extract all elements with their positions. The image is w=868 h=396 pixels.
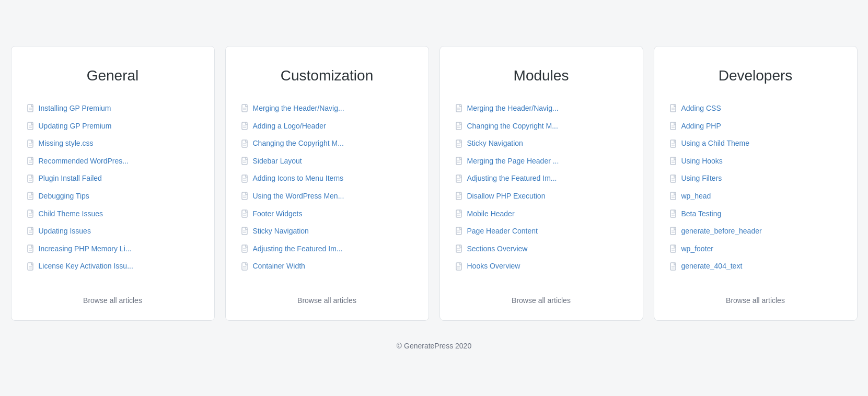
article-link[interactable]: Adding a Logo/Header	[253, 121, 326, 132]
list-item: Sticky Navigation	[456, 135, 627, 153]
card-title-general: General	[27, 67, 199, 84]
list-item: Sticky Navigation	[241, 223, 413, 240]
list-item: Adding a Logo/Header	[241, 118, 413, 135]
article-list-modules: Merging the Header/Navig...Changing the …	[456, 100, 627, 275]
article-link[interactable]: Using the WordPress Men...	[253, 191, 344, 202]
article-link[interactable]: Container Width	[253, 261, 305, 272]
doc-icon	[27, 174, 34, 183]
article-link[interactable]: Using Hooks	[681, 156, 723, 167]
list-item: Page Header Content	[456, 223, 627, 240]
doc-icon	[670, 174, 677, 183]
doc-icon	[241, 209, 249, 218]
doc-icon	[670, 262, 677, 271]
article-link[interactable]: Changing the Copyright M...	[467, 121, 558, 132]
article-link[interactable]: Sticky Navigation	[253, 226, 309, 237]
doc-icon	[456, 157, 463, 166]
list-item: Using a Child Theme	[670, 135, 841, 153]
list-item: Footer Widgets	[241, 205, 413, 223]
browse-all-general[interactable]: Browse all articles	[27, 288, 199, 305]
article-link[interactable]: Sections Overview	[467, 244, 528, 254]
list-item: generate_404_text	[670, 258, 841, 275]
article-link[interactable]: Disallow PHP Execution	[467, 191, 546, 202]
article-list-general: Installing GP PremiumUpdating GP Premium…	[27, 100, 199, 275]
list-item: Installing GP Premium	[27, 100, 199, 118]
doc-icon	[456, 227, 463, 236]
article-link[interactable]: generate_404_text	[681, 261, 743, 272]
list-item: wp_head	[670, 188, 841, 205]
doc-icon	[670, 209, 677, 218]
article-link[interactable]: Adding PHP	[681, 121, 721, 132]
card-customization: CustomizationMerging the Header/Navig...…	[225, 46, 429, 321]
list-item: Sections Overview	[456, 240, 627, 258]
card-general: GeneralInstalling GP PremiumUpdating GP …	[11, 46, 215, 321]
doc-icon	[241, 122, 249, 131]
article-link[interactable]: License Key Activation Issu...	[39, 261, 133, 272]
article-link[interactable]: Footer Widgets	[253, 209, 303, 219]
list-item: Increasing PHP Memory Li...	[27, 240, 199, 258]
card-title-customization: Customization	[241, 67, 413, 84]
doc-icon	[241, 262, 249, 271]
list-item: License Key Activation Issu...	[27, 258, 199, 275]
article-link[interactable]: Plugin Install Failed	[39, 173, 102, 184]
article-link[interactable]: Using a Child Theme	[681, 138, 749, 149]
article-link[interactable]: Missing style.css	[39, 138, 94, 149]
list-item: Container Width	[241, 258, 413, 275]
article-link[interactable]: Sticky Navigation	[467, 138, 523, 149]
doc-icon	[27, 262, 34, 271]
doc-icon	[241, 104, 249, 113]
article-link[interactable]: generate_before_header	[681, 226, 762, 237]
article-link[interactable]: Merging the Header/Navig...	[467, 103, 559, 114]
card-title-developers: Developers	[670, 67, 841, 84]
article-link[interactable]: Sidebar Layout	[253, 156, 302, 167]
article-link[interactable]: Increasing PHP Memory Li...	[39, 244, 132, 254]
article-link[interactable]: Merging the Header/Navig...	[253, 103, 344, 114]
browse-all-customization[interactable]: Browse all articles	[241, 288, 413, 305]
list-item: Using Filters	[670, 170, 841, 188]
doc-icon	[456, 209, 463, 218]
doc-icon	[27, 139, 34, 148]
doc-icon	[670, 227, 677, 236]
list-item: Using Hooks	[670, 153, 841, 170]
card-title-modules: Modules	[456, 67, 627, 84]
article-link[interactable]: Updating Issues	[39, 226, 91, 237]
article-link[interactable]: Merging the Page Header ...	[467, 156, 559, 167]
list-item: Changing the Copyright M...	[456, 118, 627, 135]
article-link[interactable]: Adding CSS	[681, 103, 721, 114]
article-link[interactable]: Changing the Copyright M...	[253, 138, 344, 149]
doc-icon	[456, 174, 463, 183]
list-item: Hooks Overview	[456, 258, 627, 275]
article-link[interactable]: Hooks Overview	[467, 261, 520, 272]
list-item: Merging the Page Header ...	[456, 153, 627, 170]
article-link[interactable]: Adjusting the Featured Im...	[467, 173, 557, 184]
article-link[interactable]: Recommended WordPres...	[39, 156, 129, 167]
doc-icon	[241, 244, 249, 253]
list-item: Using the WordPress Men...	[241, 188, 413, 205]
article-link[interactable]: wp_head	[681, 191, 711, 202]
list-item: Updating GP Premium	[27, 118, 199, 135]
article-link[interactable]: Mobile Header	[467, 209, 515, 219]
article-link[interactable]: Page Header Content	[467, 226, 538, 237]
article-link[interactable]: Debugging Tips	[39, 191, 89, 202]
doc-icon	[670, 244, 677, 253]
article-link[interactable]: wp_footer	[681, 244, 713, 254]
article-link[interactable]: Child Theme Issues	[39, 209, 103, 219]
doc-icon	[241, 157, 249, 166]
article-link[interactable]: Adjusting the Featured Im...	[253, 244, 343, 254]
article-link[interactable]: Beta Testing	[681, 209, 722, 219]
doc-icon	[456, 122, 463, 131]
browse-all-modules[interactable]: Browse all articles	[456, 288, 627, 305]
article-link[interactable]: Updating GP Premium	[39, 121, 112, 132]
list-item: wp_footer	[670, 240, 841, 258]
doc-icon	[456, 104, 463, 113]
article-list-customization: Merging the Header/Navig...Adding a Logo…	[241, 100, 413, 275]
list-item: Child Theme Issues	[27, 205, 199, 223]
doc-icon	[456, 244, 463, 253]
article-link[interactable]: Installing GP Premium	[39, 103, 111, 114]
list-item: Merging the Header/Navig...	[241, 100, 413, 118]
article-link[interactable]: Using Filters	[681, 173, 722, 184]
doc-icon	[27, 209, 34, 218]
browse-all-developers[interactable]: Browse all articles	[670, 288, 841, 305]
doc-icon	[456, 139, 463, 148]
article-link[interactable]: Adding Icons to Menu Items	[253, 173, 344, 184]
list-item: Mobile Header	[456, 205, 627, 223]
